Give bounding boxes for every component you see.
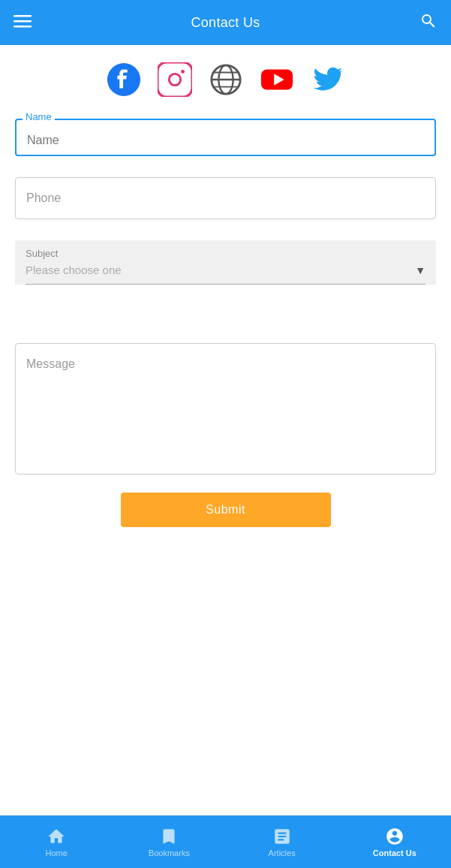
svg-point-5 xyxy=(169,74,180,85)
submit-button[interactable]: Submit xyxy=(121,493,331,527)
facebook-icon[interactable] xyxy=(106,62,142,98)
subject-wrapper: Subject Please choose one ▼ xyxy=(15,240,436,285)
svg-point-6 xyxy=(181,70,185,74)
main-content: Name Subject Please choose one ▼ Submit xyxy=(0,45,451,815)
nav-articles-label: Articles xyxy=(269,848,296,857)
name-label: Name xyxy=(23,111,55,122)
name-input[interactable] xyxy=(15,119,436,156)
subject-select-container: Please choose one ▼ xyxy=(26,264,425,285)
nav-contact-us[interactable]: Contact Us xyxy=(338,827,451,857)
nav-contact-us-label: Contact Us xyxy=(373,848,416,857)
nav-articles[interactable]: Articles xyxy=(226,827,338,857)
subject-label: Subject xyxy=(26,248,425,259)
svg-rect-0 xyxy=(14,15,32,17)
svg-rect-4 xyxy=(158,62,192,97)
hamburger-icon[interactable] xyxy=(14,12,32,33)
chevron-down-icon: ▼ xyxy=(415,264,425,276)
nav-bookmarks-label: Bookmarks xyxy=(149,848,190,857)
nav-home-label: Home xyxy=(45,848,67,857)
youtube-icon[interactable] xyxy=(259,62,295,98)
phone-field-wrapper xyxy=(15,177,436,219)
message-textarea[interactable] xyxy=(15,343,436,475)
svg-rect-1 xyxy=(14,20,32,23)
contact-form: Name Subject Please choose one ▼ Submit xyxy=(0,111,451,527)
subject-dropdown[interactable]: Please choose one ▼ xyxy=(26,264,425,285)
svg-point-3 xyxy=(107,63,140,96)
message-wrapper xyxy=(15,343,436,478)
search-icon[interactable] xyxy=(419,12,437,33)
app-bar: Contact Us xyxy=(0,0,451,45)
spacer xyxy=(15,306,436,343)
nav-bookmarks[interactable]: Bookmarks xyxy=(113,827,225,857)
phone-input[interactable] xyxy=(15,177,436,219)
globe-icon[interactable] xyxy=(208,62,244,98)
submit-btn-wrapper: Submit xyxy=(15,493,436,527)
subject-placeholder: Please choose one xyxy=(26,264,122,276)
svg-rect-2 xyxy=(14,26,32,28)
social-icons-row xyxy=(0,45,451,111)
nav-home[interactable]: Home xyxy=(0,827,113,857)
bottom-nav: Home Bookmarks Articles Contact Us xyxy=(0,815,451,868)
twitter-icon[interactable] xyxy=(310,62,346,98)
page-title: Contact Us xyxy=(191,15,260,31)
instagram-icon[interactable] xyxy=(157,62,193,98)
name-field-wrapper: Name xyxy=(15,119,436,156)
